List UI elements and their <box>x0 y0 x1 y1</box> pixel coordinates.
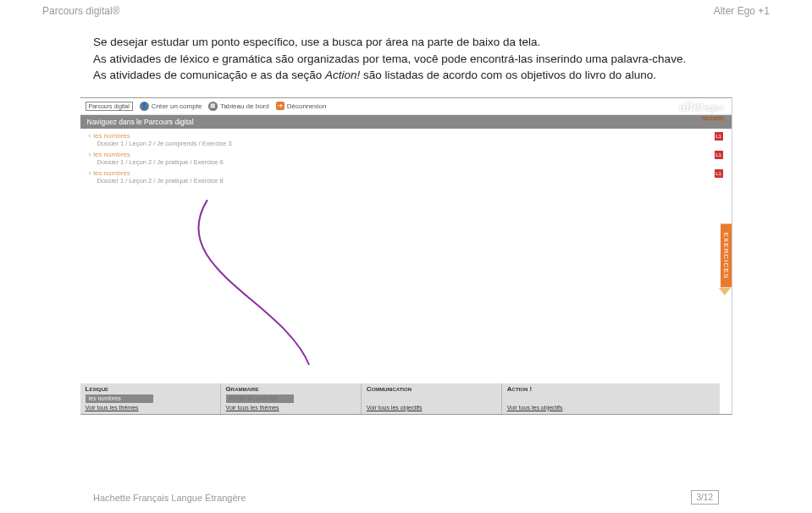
logout-icon: ➜ <box>276 102 284 110</box>
level-badge: L1 <box>715 169 723 178</box>
annotation-arrow <box>182 200 368 369</box>
brand-ego: ego+ <box>704 103 725 113</box>
bottom-search-bar: Lexique Voir tous les thèmes Grammaire V… <box>80 383 720 414</box>
page-header: Parcours digital® Alter Ego +1 <box>42 0 770 34</box>
header-right: Alter Ego +1 <box>714 5 770 17</box>
communication-head: Communication <box>367 385 496 393</box>
para-line3b: são listadas de acordo com os objetivos … <box>360 69 656 81</box>
logout-label: Déconnexion <box>287 102 327 110</box>
create-account-link[interactable]: 👤 Créer un compte <box>140 102 202 111</box>
lexique-column: Lexique Voir tous les thèmes <box>80 383 221 414</box>
para-line3-italic: Action! <box>325 69 360 81</box>
result-path: Dossier 1 / Leçon 2 / Je comprends / Exe… <box>97 140 723 147</box>
dashboard-label: Tableau de bord <box>220 102 268 110</box>
header-left: Parcours digital® <box>42 5 120 17</box>
instruction-paragraph: Se desejar estudar um ponto específico, … <box>93 34 719 84</box>
nav-strip: Naviguez dans le Parcours digital <box>80 115 732 129</box>
result-title: les nombres <box>89 132 715 140</box>
create-account-label: Créer un compte <box>152 102 202 110</box>
exercices-tab-arrow-icon <box>719 288 731 295</box>
page-number: 3/12 <box>691 490 719 505</box>
result-title: les nombres <box>89 151 715 158</box>
app-screenshot: Parcours digital 👤 Créer un compte ▦ Tab… <box>80 97 732 415</box>
app-topbar: Parcours digital 👤 Créer un compte ▦ Tab… <box>80 98 732 115</box>
result-row[interactable]: L1 les nombres Dossier 1 / Leçon 2 / Je … <box>89 151 723 166</box>
grammaire-input[interactable] <box>226 394 294 403</box>
spacer <box>507 394 638 403</box>
page-footer: Hachette Français Langue Étrangère 3/12 <box>42 490 770 505</box>
level-badge: L1 <box>715 151 723 159</box>
brand-logo: alterego+ <box>679 100 724 113</box>
brand-alter: alter <box>679 100 704 113</box>
exercices-tab[interactable]: EXERCICES <box>721 224 732 288</box>
result-path: Dossier 1 / Leçon 2 / Je pratique / Exer… <box>97 158 723 166</box>
action-column: Action ! Voir tous les objectifs <box>502 383 643 414</box>
spacer <box>367 394 496 403</box>
para-line2: As atividades de léxico e gramática são … <box>93 52 686 65</box>
publisher-label: hachette <box>702 115 725 121</box>
grammaire-link[interactable]: Voir tous les thèmes <box>226 405 356 411</box>
result-title: les nombres <box>89 169 715 177</box>
user-icon: 👤 <box>140 102 149 111</box>
app-logo: Parcours digital <box>86 102 133 111</box>
action-link[interactable]: Voir tous les objectifs <box>507 405 638 411</box>
para-line1: Se desejar estudar um ponto específico, … <box>93 36 540 48</box>
grammaire-column: Grammaire Voir tous les thèmes <box>221 383 362 414</box>
footer-publisher: Hachette Français Langue Étrangère <box>93 493 246 503</box>
dashboard-link[interactable]: ▦ Tableau de bord <box>208 102 268 111</box>
logout-link[interactable]: ➜ Déconnexion <box>276 102 327 110</box>
communication-column: Communication Voir tous les objectifs <box>362 383 502 414</box>
search-results: L1 les nombres Dossier 1 / Leçon 2 / Je … <box>80 129 732 191</box>
grid-icon: ▦ <box>208 102 218 111</box>
para-line3a: As atividades de comunicação e as da seç… <box>93 69 325 81</box>
result-row[interactable]: L1 les nombres Dossier 1 / Leçon 2 / Je … <box>89 169 723 185</box>
lexique-input[interactable] <box>86 394 153 403</box>
result-row[interactable]: L1 les nombres Dossier 1 / Leçon 2 / Je … <box>89 132 723 147</box>
level-badge: L1 <box>715 132 723 141</box>
result-path: Dossier 1 / Leçon 2 / Je pratique / Exer… <box>97 177 723 185</box>
action-head: Action ! <box>507 385 638 393</box>
lexique-head: Lexique <box>86 385 215 393</box>
grammaire-head: Grammaire <box>226 385 356 393</box>
communication-link[interactable]: Voir tous les objectifs <box>367 405 496 411</box>
lexique-link[interactable]: Voir tous les thèmes <box>86 405 215 411</box>
